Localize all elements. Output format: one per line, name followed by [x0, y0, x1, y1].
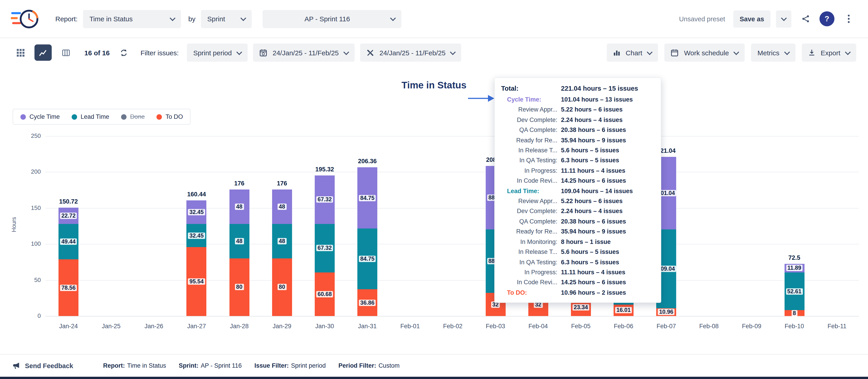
bar-value-label: 80 — [235, 284, 244, 290]
bar-total-label: 206.36 — [358, 158, 377, 165]
tooltip-row-lead-time: Lead Time:109.04 hours – 14 issues — [501, 186, 654, 196]
tooltip-row-value: 8 hours – 1 issue — [561, 237, 611, 247]
bar-value-label: 78.56 — [60, 284, 77, 291]
tooltip-row-label: In Code Revi... — [501, 278, 561, 288]
x-axis-label: Feb-05 — [571, 323, 591, 329]
tooltip-row-value: 2.24 hours – 4 issues — [561, 115, 623, 125]
chart-legend: Cycle TimeLead TimeDoneTo DO — [13, 109, 191, 125]
summary-label: Sprint: — [179, 362, 198, 369]
bar-value-label: 67.32 — [316, 196, 333, 203]
tooltip-row-label: Dev Complete: — [501, 207, 561, 217]
legend-label: Done — [130, 113, 145, 120]
tooltip-row-label: Ready for Re... — [501, 135, 561, 146]
tooltip-row-label: In QA Testing: — [501, 156, 561, 166]
megaphone-icon — [12, 361, 21, 370]
tooltip-row-label: Total: — [501, 83, 561, 95]
x-axis-label: Jan-27 — [187, 323, 206, 329]
send-feedback-button[interactable]: Send Feedback — [12, 361, 73, 370]
summary-label: Report: — [103, 362, 125, 369]
bar-value-label: 80 — [278, 284, 287, 290]
summary-label: Period Filter: — [339, 362, 376, 369]
tooltip-row-dev-complete: Dev Complete:2.24 hours – 4 issues — [501, 115, 654, 125]
tooltip-row-value: 6.3 hours – 5 issues — [561, 257, 619, 267]
tooltip-row-value: 35.94 hours – 9 issues — [561, 227, 626, 237]
tooltip-row-to-do: To DO:10.96 hours – 2 issues — [501, 288, 654, 298]
tooltip-row-in-qa-testing: In QA Testing:6.3 hours – 5 issues — [501, 156, 654, 166]
bar-total-label: 160.44 — [187, 191, 206, 198]
tooltip-row-qa-complete: QA Complete:20.38 hours – 6 issues — [501, 125, 654, 135]
tooltip-row-value: 221.04 hours – 15 issues — [561, 83, 638, 95]
legend-item-done[interactable]: Done — [121, 113, 145, 120]
bar-value-label: 84.75 — [359, 256, 376, 262]
tooltip-row-in-release-t: In Release T...5.6 hours – 5 issues — [501, 146, 654, 156]
tooltip-row-value: 35.94 hours – 9 issues — [561, 135, 626, 146]
bar-value-label: 67.32 — [316, 245, 333, 251]
x-axis-label: Jan-24 — [59, 323, 78, 329]
x-axis-label: Jan-29 — [273, 323, 291, 329]
legend-dot-icon — [21, 114, 26, 120]
tooltip-row-value: 20.38 hours – 6 issues — [561, 217, 626, 227]
legend-item-lead-time[interactable]: Lead Time — [72, 113, 109, 120]
x-axis-label: Feb-11 — [828, 323, 847, 329]
tooltip-row-value: 5.22 hours – 6 issues — [561, 196, 623, 207]
tooltip-row-value: 5.22 hours – 6 issues — [561, 105, 623, 115]
x-axis-label: Jan-31 — [358, 323, 377, 329]
y-axis-tick-label: 200 — [22, 168, 41, 175]
bar-value-label: 10.96 — [658, 309, 675, 315]
report-summary: Report:Time in StatusSprint:AP - Sprint … — [103, 362, 400, 369]
tooltip-row-label: In Release T... — [501, 247, 561, 257]
tooltip-row-in-code-revi: In Code Revi...14.25 hours – 6 issues — [501, 176, 654, 186]
tooltip-row-value: 5.6 hours – 5 issues — [561, 247, 619, 257]
bar-value-label: 32.45 — [188, 232, 205, 239]
bar-total-label: 150.72 — [59, 198, 78, 205]
tooltip-row-value: 20.38 hours – 6 issues — [561, 125, 626, 135]
summary-period-filter: Period Filter:Custom — [339, 362, 400, 369]
gridline — [45, 172, 859, 172]
legend-item-to-do[interactable]: To DO — [156, 113, 183, 120]
summary-value: Time in Status — [127, 362, 166, 369]
x-axis-label: Jan-26 — [145, 323, 163, 329]
tooltip-row-value: 109.04 hours – 14 issues — [561, 186, 633, 196]
tooltip-row-label: To DO: — [501, 288, 561, 298]
legend-dot-icon — [72, 114, 77, 120]
bar-value-label: 60.68 — [316, 291, 333, 297]
summary-issue-filter: Issue Filter:Sprint period — [254, 362, 326, 369]
x-axis-label: Jan-30 — [315, 323, 334, 329]
x-axis-label: Jan-28 — [230, 323, 249, 329]
tooltip-row-label: Review Appr... — [501, 196, 561, 207]
tooltip-row-in-progress: In Progress:11.11 hours – 4 issues — [501, 166, 654, 176]
tooltip-row-label: In Progress: — [501, 267, 561, 278]
tooltip-row-cycle-time: Cycle Time:101.04 hours – 13 issues — [501, 95, 654, 105]
tooltip-row-label: Review Appr... — [501, 105, 561, 115]
send-feedback-label: Send Feedback — [25, 362, 73, 369]
legend-label: To DO — [165, 113, 183, 120]
legend-item-cycle-time[interactable]: Cycle Time — [21, 113, 60, 120]
chart-area: Time in Status Hours Cycle TimeLead Time… — [0, 0, 868, 379]
tooltip-row-review-appr: Review Appr...5.22 hours – 6 issues — [501, 105, 654, 115]
bar-value-label: 22.72 — [60, 212, 77, 219]
summary-value: Custom — [378, 362, 400, 369]
legend-dot-icon — [121, 114, 126, 120]
y-axis-tick-label: 50 — [22, 276, 41, 283]
x-axis-label: Feb-06 — [614, 323, 633, 329]
tooltip-row-value: 5.6 hours – 5 issues — [561, 146, 619, 156]
x-axis-label: Feb-04 — [529, 323, 548, 329]
chart-tooltip: Total:221.04 hours – 15 issuesCycle Time… — [494, 77, 661, 303]
tooltip-row-in-qa-testing: In QA Testing:6.3 hours – 5 issues — [501, 257, 654, 267]
tooltip-row-review-appr: Review Appr...5.22 hours – 6 issues — [501, 196, 654, 207]
tooltip-row-label: In QA Testing: — [501, 257, 561, 267]
tooltip-row-label: Ready for Re... — [501, 227, 561, 237]
tooltip-row-value: 6.3 hours – 5 issues — [561, 156, 619, 166]
x-axis-label: Feb-09 — [742, 323, 762, 329]
cycle-time-pointer-arrow — [468, 93, 495, 103]
x-axis-label: Feb-07 — [656, 323, 676, 329]
tooltip-row-value: 14.25 hours – 6 issues — [561, 176, 626, 186]
tooltip-row-total: Total:221.04 hours – 15 issues — [501, 83, 654, 95]
tooltip-row-label: QA Complete: — [501, 217, 561, 227]
bar-total-label: 195.32 — [315, 166, 334, 173]
tooltip-row-label: Lead Time: — [501, 186, 561, 196]
bar-value-label: 16.01 — [615, 307, 632, 314]
tooltip-row-value: 2.24 hours – 4 issues — [561, 207, 623, 217]
x-axis-label: Feb-03 — [486, 323, 505, 329]
bar-value-label: 95.54 — [188, 278, 205, 285]
